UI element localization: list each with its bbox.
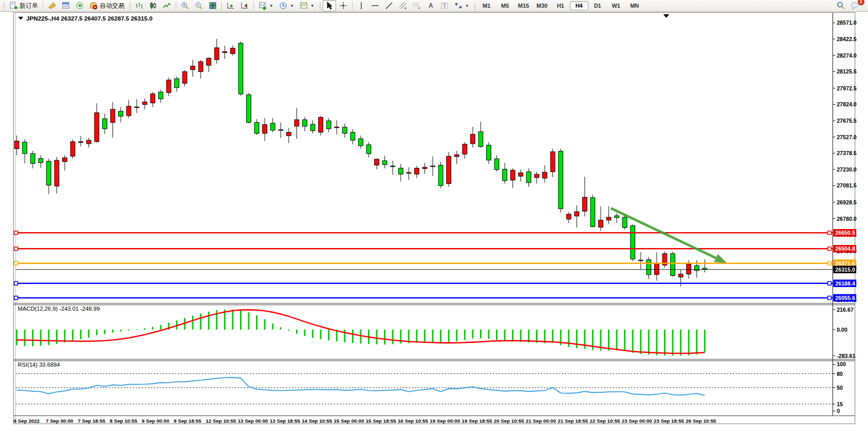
- horizontal-line-tool-button[interactable]: [368, 0, 382, 11]
- candle-body: [391, 166, 395, 166]
- auto-trade-button[interactable]: 自动交易: [87, 0, 127, 11]
- rsi-tick-label: 15: [837, 401, 843, 407]
- line-chart-mode-button[interactable]: [160, 0, 174, 11]
- tile-windows-button[interactable]: [206, 0, 219, 11]
- separator: [43, 2, 43, 10]
- text-tool-button[interactable]: A: [424, 0, 437, 11]
- label-tool-button[interactable]: T: [438, 0, 451, 11]
- candle-body: [270, 123, 275, 130]
- candle-body: [102, 119, 107, 129]
- timeframe-MN[interactable]: MN: [625, 1, 644, 10]
- chart-shift-button[interactable]: [238, 0, 251, 11]
- sound-button[interactable]: [73, 0, 86, 11]
- new-order-button[interactable]: 新订单: [7, 0, 41, 11]
- profiles-button[interactable]: [59, 0, 72, 11]
- candle-body: [279, 129, 283, 130]
- rsi-tick-label: 100: [837, 361, 846, 367]
- line-chart-icon: [163, 2, 171, 10]
- auto-scroll-button[interactable]: [224, 0, 237, 11]
- zoom-in-icon: [181, 2, 189, 10]
- zoom-in-button[interactable]: [178, 0, 192, 11]
- candlestick-icon: [149, 2, 157, 10]
- line-handle-right[interactable]: [828, 261, 832, 265]
- candlestick-mode-button[interactable]: [146, 0, 160, 11]
- line-handle-right[interactable]: [828, 231, 832, 235]
- candle-body: [526, 172, 531, 182]
- profiles-icon: [62, 2, 70, 10]
- candle-body: [135, 107, 139, 107]
- fibonacci-tool-button[interactable]: F: [410, 0, 423, 11]
- line-handle-right[interactable]: [828, 281, 832, 285]
- line-handle-right[interactable]: [828, 247, 832, 251]
- line-handle-right[interactable]: [828, 296, 832, 300]
- candle-body: [95, 112, 99, 141]
- candle-body: [326, 121, 331, 129]
- timeframe-W1[interactable]: W1: [607, 1, 625, 10]
- line-handle-left[interactable]: [14, 261, 18, 265]
- zoom-out-button[interactable]: [192, 0, 206, 11]
- timeframe-M30[interactable]: M30: [533, 1, 551, 10]
- toolbar-grip[interactable]: [3, 2, 5, 10]
- timeframe-M5[interactable]: M5: [496, 1, 514, 10]
- template-button[interactable]: ▼: [297, 0, 317, 11]
- timeframe-H1[interactable]: H1: [551, 1, 570, 10]
- chart-window[interactable]: 28571.028422.528274.028125.527972.527824…: [0, 12, 868, 436]
- candle-body: [214, 48, 219, 60]
- candle-body: [319, 117, 323, 132]
- price-tick-label: 27081.5: [837, 182, 857, 188]
- search-button[interactable]: [834, 0, 847, 11]
- vertical-line-icon: [357, 2, 365, 10]
- date-axis-label: 19 Sep 18:55: [461, 418, 492, 424]
- cursor-tool-button[interactable]: [323, 0, 336, 11]
- line-handle-left[interactable]: [14, 281, 18, 285]
- candle-body: [191, 66, 195, 70]
- arrows-shapes-icon: [454, 2, 463, 10]
- highlighter-button[interactable]: [45, 0, 59, 11]
- timeframe-M1[interactable]: M1: [477, 1, 496, 10]
- date-axis-label: 9 Sep 18:55: [174, 418, 201, 424]
- candle-body: [151, 94, 155, 103]
- arrows-tool-button[interactable]: ▼: [452, 0, 472, 11]
- date-axis-label: 26 Sep 10:55: [686, 418, 716, 424]
- candle-body: [23, 142, 27, 154]
- timeframe-toolbar: M1M5M15M30H1H4D1W1MN: [477, 1, 644, 10]
- main-toolbar: 新订单 自动交易: [0, 0, 868, 12]
- candle-body: [350, 132, 355, 141]
- separator: [253, 2, 254, 10]
- timeframe-M15[interactable]: M15: [514, 1, 533, 10]
- highlighter-icon: [48, 2, 56, 10]
- candle-body: [119, 111, 123, 117]
- chat-button[interactable]: 1: [848, 0, 861, 11]
- trendline-tool-button[interactable]: [382, 0, 396, 11]
- line-handle-left[interactable]: [14, 247, 18, 251]
- vertical-line-tool-button[interactable]: [355, 0, 368, 11]
- date-axis-label: 23 Sep 00:00: [622, 418, 652, 424]
- channel-tool-button[interactable]: E: [396, 0, 410, 11]
- add-indicator-button[interactable]: ▼: [256, 0, 276, 11]
- rsi-tick-label: 50: [837, 385, 843, 391]
- price-line-badge-label: 26504.8: [835, 245, 855, 252]
- timeframe-D1[interactable]: D1: [588, 1, 607, 10]
- tile-windows-icon: [209, 2, 217, 10]
- candle-body: [54, 160, 59, 186]
- text-label-icon: T: [440, 2, 449, 10]
- timeframe-H4[interactable]: H4: [570, 1, 588, 10]
- date-axis-label: 7 Sep 00:00: [46, 418, 73, 424]
- line-handle-left[interactable]: [14, 296, 18, 300]
- trendline-icon: [385, 2, 393, 10]
- bar-chart-mode-button[interactable]: [133, 0, 146, 11]
- chart-canvas[interactable]: 28571.028422.528274.028125.527972.527824…: [0, 12, 868, 436]
- period-button[interactable]: ▼: [276, 0, 297, 11]
- search-icon: [837, 2, 845, 10]
- toolbar-grip[interactable]: [319, 2, 321, 10]
- toolbar-grip[interactable]: [473, 2, 476, 10]
- candle-body: [494, 159, 499, 169]
- add-indicator-icon: [258, 2, 267, 10]
- price-tick-label: 28125.5: [837, 68, 857, 74]
- line-handle-left[interactable]: [14, 231, 18, 235]
- candle-body: [39, 159, 43, 163]
- separator: [221, 2, 222, 10]
- toolbar-grip[interactable]: [128, 2, 131, 10]
- crosshair-tool-button[interactable]: [337, 0, 350, 11]
- candle-body: [606, 217, 611, 220]
